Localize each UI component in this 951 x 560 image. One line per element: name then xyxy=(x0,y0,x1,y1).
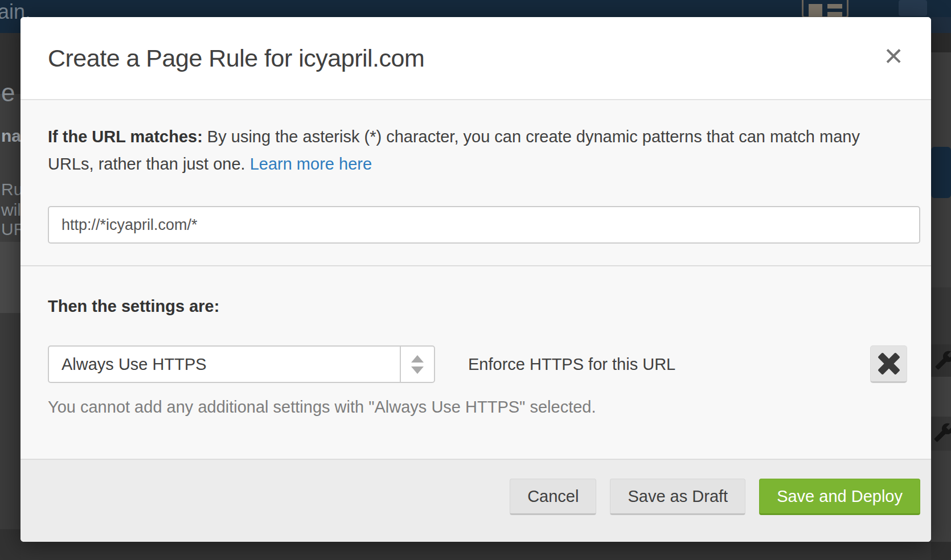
layout-icon xyxy=(802,0,848,18)
setting-note: You cannot add any additional settings w… xyxy=(48,398,920,417)
modal-header: Create a Page Rule for icyapril.com × xyxy=(21,17,931,100)
close-icon[interactable]: × xyxy=(879,41,908,71)
save-as-draft-button[interactable]: Save as Draft xyxy=(610,479,745,515)
setting-select-value: Always Use HTTPS xyxy=(49,347,400,382)
background-text-fragment: e xyxy=(1,79,15,107)
remove-setting-icon xyxy=(878,353,900,374)
modal-footer: Cancel Save as Draft Save and Deploy xyxy=(21,459,931,542)
wrench-icon xyxy=(933,422,951,443)
wrench-icon xyxy=(934,350,951,370)
select-arrows-icon xyxy=(400,347,434,382)
background-text-fragment: UR xyxy=(1,220,21,239)
cancel-button[interactable]: Cancel xyxy=(510,479,596,515)
settings-section: Then the settings are: Always Use HTTPS … xyxy=(21,266,931,417)
background-text-fragment: nav xyxy=(1,126,21,146)
setting-row: Always Use HTTPS Enforce HTTPS for this … xyxy=(48,345,920,383)
create-page-rule-modal: Create a Page Rule for icyapril.com × If… xyxy=(21,17,931,542)
remove-setting-button[interactable] xyxy=(870,345,907,383)
url-match-intro: If the URL matches: By using the asteris… xyxy=(48,123,902,178)
background-left-sliver: e nav Ru will UR xyxy=(0,33,21,560)
background-right-sliver xyxy=(931,17,951,560)
page-title: Create a Page Rule for icyapril.com xyxy=(48,44,424,72)
save-and-deploy-button[interactable]: Save and Deploy xyxy=(759,479,920,515)
backdrop-below-modal xyxy=(21,542,931,560)
background-button-fragment xyxy=(899,0,927,16)
url-match-label: If the URL matches: xyxy=(48,127,203,146)
setting-description: Enforce HTTPS for this URL xyxy=(468,355,675,374)
settings-heading: Then the settings are: xyxy=(48,297,920,316)
learn-more-link[interactable]: Learn more here xyxy=(250,155,372,173)
background-text-fragment: will xyxy=(1,200,21,220)
setting-select[interactable]: Always Use HTTPS xyxy=(48,345,435,383)
background-text-fragment: Ru xyxy=(1,180,21,199)
url-match-section: If the URL matches: By using the asteris… xyxy=(21,100,931,265)
url-pattern-input[interactable] xyxy=(48,206,920,244)
